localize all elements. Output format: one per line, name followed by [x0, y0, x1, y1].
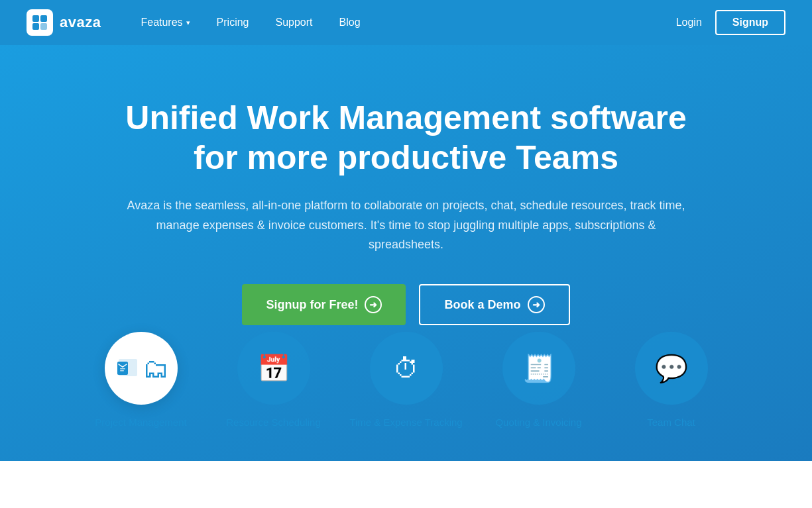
feature-item-time-expense[interactable]: ⏱ Time & Expense Tracking: [340, 332, 473, 428]
feature-item-team-chat[interactable]: 💬 Team Chat: [605, 332, 738, 428]
hero-section: Unified Work Management software for mor…: [0, 45, 812, 461]
svg-rect-3: [40, 23, 47, 30]
feature-item-quoting-invoicing[interactable]: 🧾 Quoting & Invoicing: [473, 332, 605, 428]
feature-label-1: Resource Scheduling: [226, 417, 321, 428]
invoice-icon: 🧾: [522, 353, 555, 384]
feature-circle-resource-scheduling: 📅: [237, 332, 310, 405]
hero-buttons: Signup for Free! ➜ Book a Demo ➜: [40, 284, 772, 325]
chevron-down-icon: ▾: [186, 19, 190, 27]
nav-support[interactable]: Support: [262, 0, 326, 45]
logo[interactable]: avaza: [27, 9, 101, 36]
book-demo-button[interactable]: Book a Demo ➜: [419, 284, 569, 325]
nav-links: Features ▾ Pricing Support Blog: [127, 0, 675, 45]
svg-rect-0: [32, 15, 39, 22]
navbar: avaza Features ▾ Pricing Support Blog Lo…: [0, 0, 812, 45]
feature-label-4: Team Chat: [647, 417, 695, 428]
feature-label-0: Project Management: [95, 417, 186, 428]
features-section: [0, 461, 812, 501]
feature-circle-time-expense: ⏱: [370, 332, 443, 405]
feature-item-resource-scheduling[interactable]: 📅 Resource Scheduling: [207, 332, 340, 428]
arrow-right-icon: ➜: [365, 296, 382, 313]
signup-button[interactable]: Signup: [715, 10, 785, 35]
features-icons-row: 🗂 Project Management 📅 Resource Scheduli…: [40, 332, 772, 428]
feature-item-project-management[interactable]: 🗂 Project Management: [75, 332, 207, 428]
svg-rect-2: [32, 23, 39, 30]
feature-label-3: Quoting & Invoicing: [495, 417, 581, 428]
nav-features[interactable]: Features ▾: [127, 0, 203, 45]
calendar-icon: 📅: [257, 353, 290, 384]
chat-icon: 💬: [655, 353, 688, 384]
nav-right: Login Signup: [676, 10, 785, 35]
folder-icon: 🗂: [143, 354, 169, 383]
time-money-icon: ⏱: [393, 354, 420, 383]
brand-name: avaza: [60, 14, 101, 31]
login-link[interactable]: Login: [676, 17, 702, 28]
feature-circle-project-management: 🗂: [105, 332, 178, 405]
hero-subtitle: Avaza is the seamless, all-in-one platfo…: [121, 196, 691, 255]
svg-rect-1: [40, 15, 47, 22]
signup-free-button[interactable]: Signup for Free! ➜: [242, 284, 406, 325]
arrow-right-icon-demo: ➜: [528, 296, 545, 313]
feature-circle-team-chat: 💬: [635, 332, 708, 405]
logo-icon: [27, 9, 53, 36]
feature-circle-quoting: 🧾: [502, 332, 575, 405]
nav-blog[interactable]: Blog: [326, 0, 374, 45]
hero-title: Unified Work Management software for mor…: [108, 98, 705, 178]
nav-pricing[interactable]: Pricing: [203, 0, 262, 45]
feature-label-2: Time & Expense Tracking: [349, 417, 462, 428]
